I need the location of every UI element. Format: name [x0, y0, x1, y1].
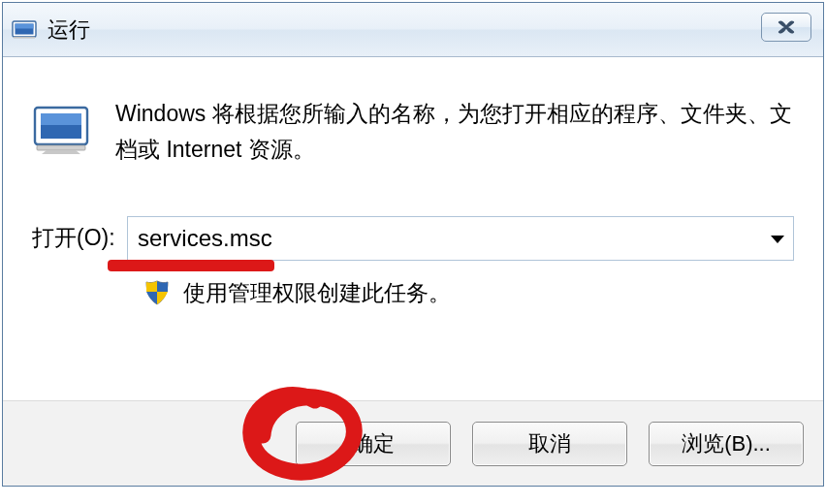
- window-title: 运行: [48, 16, 90, 45]
- svg-rect-6: [41, 113, 81, 125]
- shield-icon: [144, 280, 170, 305]
- dialog-description: Windows 将根据您所输入的名称，为您打开相应的程序、文件夹、文档或 Int…: [115, 96, 794, 168]
- browse-button[interactable]: 浏览(B)...: [649, 422, 804, 466]
- svg-rect-2: [16, 23, 34, 28]
- open-input[interactable]: [127, 216, 794, 261]
- svg-rect-3: [14, 37, 35, 39]
- open-combobox[interactable]: [127, 216, 794, 261]
- dialog-body: Windows 将根据您所输入的名称，为您打开相应的程序、文件夹、文档或 Int…: [3, 57, 823, 308]
- cancel-button[interactable]: 取消: [472, 422, 627, 466]
- run-dialog: 运行 Windows 将根据您所输入的名称，为您打开相应的程序、文件夹、文档或 …: [2, 2, 824, 487]
- dialog-footer: 确定 取消 浏览(B)...: [3, 400, 823, 486]
- run-titlebar-icon: [11, 19, 38, 41]
- admin-note: 使用管理权限创建此任务。: [183, 278, 451, 308]
- ok-button[interactable]: 确定: [296, 422, 451, 466]
- svg-rect-7: [37, 145, 85, 150]
- close-button[interactable]: [761, 13, 811, 42]
- run-icon: [32, 104, 92, 156]
- open-label: 打开(O):: [32, 223, 127, 253]
- titlebar: 运行: [3, 3, 823, 57]
